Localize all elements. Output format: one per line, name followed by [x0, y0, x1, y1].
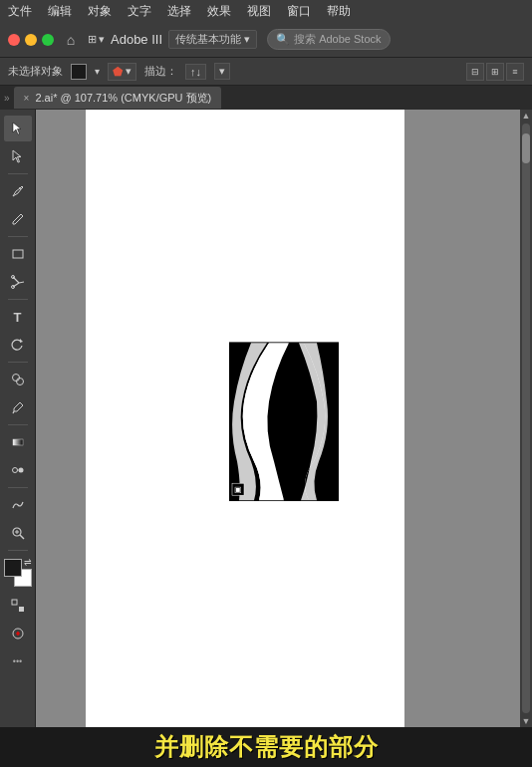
menu-text[interactable]: 文字 — [128, 3, 151, 20]
menu-help[interactable]: 帮助 — [327, 3, 351, 20]
fill-color-swatch[interactable] — [71, 64, 87, 80]
svg-point-8 — [18, 468, 23, 473]
properties-bar: 未选择对象 ▾ ⬟ ▾ 描边： ↑↓ ▾ ⊟ ⊞ ≡ — [0, 58, 532, 86]
blend-tool-button[interactable] — [4, 457, 32, 483]
stroke-dropdown-arrow: ▾ — [126, 65, 132, 78]
tool-divider-2 — [8, 236, 28, 237]
extra-tool-button-2[interactable] — [4, 621, 32, 646]
type-tool-button[interactable]: T — [4, 304, 32, 330]
menu-file[interactable]: 文件 — [8, 3, 32, 20]
shape-builder-tool-button[interactable] — [4, 367, 32, 392]
main-area: T — [0, 110, 532, 727]
select-tool-button[interactable] — [4, 116, 32, 141]
svg-point-0 — [19, 187, 21, 189]
fill-dropdown-arrow[interactable]: ▾ — [95, 66, 100, 77]
artwork-container: ▣ — [229, 342, 339, 501]
tool-divider-4 — [8, 362, 28, 363]
menu-bar: 文件 编辑 对象 文字 选择 效果 视图 窗口 帮助 — [0, 0, 532, 22]
scroll-down-arrow[interactable]: ▼ — [520, 715, 532, 727]
layout-chevron-icon: ▾ — [99, 33, 105, 46]
app-name-label: Adobe III — [111, 32, 162, 47]
svg-point-7 — [12, 468, 17, 473]
tab-label: 2.ai* @ 107.71% (CMYK/GPU 预览) — [35, 91, 211, 106]
maximize-button[interactable] — [42, 34, 54, 46]
menu-window[interactable]: 窗口 — [287, 3, 311, 20]
rect-tool-button[interactable] — [4, 241, 32, 267]
scroll-up-arrow[interactable]: ▲ — [520, 110, 532, 122]
toolbar: ⌂ ⊞ ▾ Adobe III 传统基本功能 ▾ 🔍 搜索 Adobe Stoc… — [0, 22, 532, 58]
stroke-icon: ⬟ — [113, 65, 123, 79]
gradient-tool-button[interactable] — [4, 429, 32, 455]
svg-rect-11 — [19, 607, 24, 612]
more-tools-button[interactable]: ••• — [4, 648, 32, 674]
warp-tool-button[interactable] — [4, 492, 32, 518]
scroll-track — [522, 124, 530, 713]
workspace-label: 传统基本功能 — [175, 33, 241, 45]
stroke-tool-dropdown[interactable]: ⬟ ▾ — [108, 63, 136, 81]
stroke-width-dropdown[interactable]: ↑↓ — [185, 64, 206, 80]
foreground-color-swatch[interactable] — [4, 559, 22, 577]
caption-text: 并删除不需要的部分 — [154, 731, 379, 763]
search-box[interactable]: 🔍 搜索 Adobe Stock — [267, 29, 390, 50]
bottom-caption-bar: 并删除不需要的部分 — [0, 727, 532, 767]
menu-view[interactable]: 视图 — [247, 3, 271, 20]
stroke-style-dropdown[interactable]: ▾ — [214, 63, 230, 80]
align-btn-2[interactable]: ⊞ — [486, 63, 504, 81]
menu-edit[interactable]: 编辑 — [48, 3, 72, 20]
rotate-tool-button[interactable] — [4, 332, 32, 358]
scroll-thumb[interactable] — [522, 133, 530, 163]
zoom-tool-button[interactable] — [4, 520, 32, 546]
canvas-area[interactable]: ▣ ▲ ▼ — [36, 110, 532, 727]
stroke-arrows-icon: ↑↓ — [190, 66, 201, 78]
traffic-lights — [8, 34, 54, 46]
layout-icon: ⊞ — [88, 33, 97, 46]
svg-point-4 — [12, 375, 19, 382]
home-button[interactable]: ⌂ — [60, 29, 82, 51]
tab-bar: » × 2.ai* @ 107.71% (CMYK/GPU 预览) — [0, 86, 532, 110]
tool-divider-5 — [8, 424, 28, 425]
eyedropper-tool-button[interactable] — [4, 394, 32, 420]
tool-divider-6 — [8, 487, 28, 488]
cut-tool-button[interactable] — [4, 269, 32, 295]
tool-divider-7 — [8, 550, 28, 551]
minimize-button[interactable] — [25, 34, 37, 46]
svg-text:▣: ▣ — [234, 485, 242, 494]
tool-divider-3 — [8, 299, 28, 300]
stroke-style-arrow: ▾ — [219, 65, 225, 78]
align-icons: ⊟ ⊞ ≡ — [466, 63, 524, 81]
pencil-tool-button[interactable] — [4, 206, 32, 232]
menu-effect[interactable]: 效果 — [207, 3, 231, 20]
extra-tool-button-1[interactable] — [4, 593, 32, 619]
align-btn-3[interactable]: ≡ — [506, 63, 524, 81]
direct-select-tool-button[interactable] — [4, 143, 32, 169]
menu-object[interactable]: 对象 — [88, 3, 112, 20]
svg-rect-10 — [12, 600, 17, 605]
svg-point-5 — [16, 379, 23, 385]
stroke-label: 描边： — [144, 64, 177, 79]
vertical-scrollbar[interactable]: ▲ ▼ — [520, 110, 532, 727]
menu-select[interactable]: 选择 — [167, 3, 191, 20]
align-btn-1[interactable]: ⊟ — [466, 63, 484, 81]
search-placeholder-text: 搜索 Adobe Stock — [294, 32, 381, 47]
workspace-selector[interactable]: 传统基本功能 ▾ — [168, 30, 257, 49]
svg-rect-6 — [13, 439, 23, 445]
workspace-chevron-icon: ▾ — [244, 33, 250, 45]
selection-status: 未选择对象 — [8, 64, 63, 79]
close-button[interactable] — [8, 34, 20, 46]
svg-rect-1 — [13, 250, 23, 258]
pen-tool-button[interactable] — [4, 178, 32, 204]
left-toolbar: T — [0, 110, 36, 727]
tool-divider-1 — [8, 173, 28, 174]
layout-button[interactable]: ⊞ ▾ — [88, 33, 105, 46]
tab-close-button[interactable]: × — [24, 93, 30, 104]
search-icon: 🔍 — [276, 33, 290, 46]
swap-colors-icon[interactable]: ⇌ — [24, 557, 34, 567]
document-tab[interactable]: × 2.ai* @ 107.71% (CMYK/GPU 预览) — [14, 87, 222, 109]
color-swatches[interactable]: ⇌ — [4, 559, 32, 587]
tab-expander-icon[interactable]: » — [4, 93, 10, 104]
